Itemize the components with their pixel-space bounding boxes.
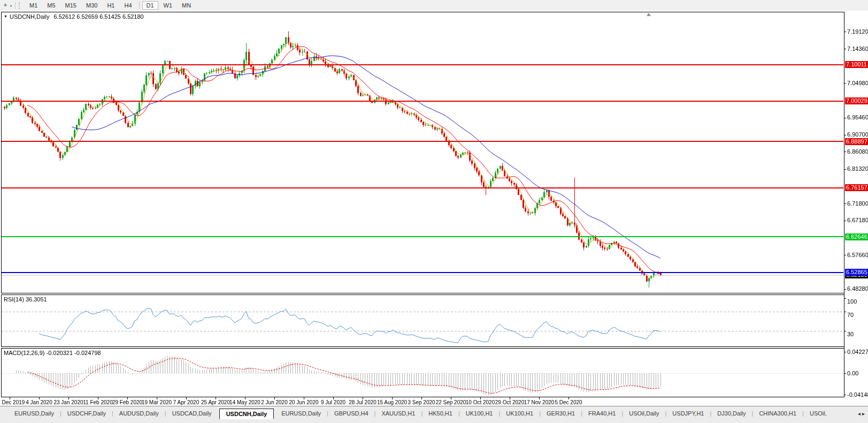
date-label: 4 Jan 2020 xyxy=(26,399,52,405)
date-label: 2 Jun 2020 xyxy=(261,399,288,405)
price-axis-label: 6.95460 xyxy=(847,114,868,120)
price-axis-label: 6.81320 xyxy=(847,165,868,172)
tab-uk100-h1[interactable]: UK100,H1 xyxy=(500,409,539,418)
date-label: 11 Feb 2020 xyxy=(83,399,112,405)
tab-ger30-h1[interactable]: GER30,H1 xyxy=(541,409,581,418)
date-label: 25 Apr 2020 xyxy=(201,399,230,405)
timeframe-mn[interactable]: MN xyxy=(178,1,195,10)
tab-scroll-right-icon[interactable]: ▸ xyxy=(862,411,866,417)
chart-window: ▼USDCNH,Daily6.52612 6.52659 6.51425 6.5… xyxy=(0,11,868,406)
tab-dj30-daily[interactable]: DJ30,Daily xyxy=(711,409,751,418)
timeframe-m1[interactable]: M1 xyxy=(25,1,42,10)
timeframe-h1[interactable]: H1 xyxy=(103,1,119,10)
chart-tabs: EURUSD,Daily|USDCHF,Daily|AUDUSD,Daily|U… xyxy=(9,406,833,423)
date-label: 29 Feb 2020 xyxy=(112,399,142,405)
tab-usdcnh-daily[interactable]: USDCNH,Daily xyxy=(219,409,274,419)
price-axis-label: 7.04980 xyxy=(847,80,868,86)
price-axis-label: 7.14360 xyxy=(847,46,868,52)
rsi-axis-label: 70 xyxy=(847,312,854,318)
toolbar: + ▾ M1M5M15M30H1H4D1W1MN xyxy=(0,0,868,11)
date-label: 14 May 2020 xyxy=(229,399,260,405)
chart-canvas[interactable] xyxy=(0,11,868,406)
price-axis-label: 7.19120 xyxy=(847,28,868,35)
tab-gbpusd-h4[interactable]: GBPUSD,H4 xyxy=(328,409,374,418)
timeframe-m30[interactable]: M30 xyxy=(82,1,102,10)
timeframe-buttons: M1M5M15M30H1H4D1W1MN xyxy=(25,1,196,10)
tab-usoil-daily[interactable]: USOil,Daily xyxy=(623,409,665,418)
price-tag: 6.62646 xyxy=(845,233,868,240)
date-label: 23 Jan 2020 xyxy=(53,399,83,405)
timeframe-m15[interactable]: M15 xyxy=(61,1,81,10)
price-axis-label: 6.71800 xyxy=(847,200,868,207)
date-label: 10 Oct 2020 xyxy=(466,399,495,405)
date-label: 28 Jul 2020 xyxy=(349,399,377,405)
chart-tool-icon[interactable]: + xyxy=(1,2,10,9)
timeframe-m5[interactable]: M5 xyxy=(43,1,59,10)
price-axis-label: 6.90700 xyxy=(847,131,868,138)
tab-uk100-h1[interactable]: UK100,H1 xyxy=(460,409,499,418)
date-label: 5 Dec 2020 xyxy=(555,399,582,405)
tab-usdjpy-h1[interactable]: USDJPY,H1 xyxy=(666,409,710,418)
tab-eurusd-daily[interactable]: EURUSD,Daily xyxy=(275,409,327,418)
tab-usdchf-daily[interactable]: USDCHF,Daily xyxy=(62,409,112,418)
dropdown-caret-icon[interactable]: ▾ xyxy=(10,4,12,7)
tab-fra40-h1[interactable]: FRA40,H1 xyxy=(582,409,621,418)
rsi-axis-label: 100 xyxy=(847,298,857,305)
price-axis-label: 6.48280 xyxy=(847,285,868,292)
chart-tab-bar: EURUSD,Daily|USDCHF,Daily|AUDUSD,Daily|U… xyxy=(0,406,868,423)
tab-usdcad-daily[interactable]: USDCAD,Daily xyxy=(166,409,218,418)
date-label: 22 Sep 2020 xyxy=(436,399,466,405)
date-label: 20 Jun 2020 xyxy=(289,399,318,405)
rsi-label: RSI(14) 36.3051 xyxy=(4,296,47,303)
macd-axis-label: 0.00 xyxy=(847,370,858,376)
price-axis-label: 6.57660 xyxy=(847,252,868,258)
price-tag: 6.76157 xyxy=(845,184,868,191)
date-label: 3 Sep 2020 xyxy=(408,399,435,405)
macd-axis-label: 0.042275 xyxy=(847,349,868,355)
toolbar-separator xyxy=(15,2,16,9)
tab-china300-h1[interactable]: CHINA300,H1 xyxy=(753,409,802,418)
price-tag: 7.00029 xyxy=(845,97,868,104)
timeframe-w1[interactable]: W1 xyxy=(159,1,177,10)
date-label: 7 Apr 2020 xyxy=(173,399,199,405)
trading-app-window: + ▾ M1M5M15M30H1H4D1W1MN ▼USDCNH,Daily6.… xyxy=(0,0,868,423)
macd-axis-label: -0.04148 xyxy=(847,391,868,398)
tab-scroll-left-icon[interactable]: ◂ xyxy=(858,411,862,417)
macd-label: MACD(12,26,9) -0.020321 -0.024798 xyxy=(4,350,101,356)
date-label: 15 Aug 2020 xyxy=(377,399,407,405)
timeframe-d1[interactable]: D1 xyxy=(142,1,158,10)
date-label: 29 Oct 2020 xyxy=(495,399,524,405)
tab-hk50-h1[interactable]: HK50,H1 xyxy=(423,409,458,418)
date-label: 9 Jul 2020 xyxy=(321,399,345,405)
tab-eurusd-daily[interactable]: EURUSD,Daily xyxy=(9,409,60,418)
price-tag: 6.88897 xyxy=(845,138,868,145)
date-label: 17 Dec 2019 xyxy=(0,399,25,405)
toolbar-grip[interactable] xyxy=(19,2,21,9)
tab-xauusd-h1[interactable]: XAUUSD,H1 xyxy=(375,409,421,418)
price-axis-label: 6.86080 xyxy=(847,148,868,155)
timeframe-h4[interactable]: H4 xyxy=(120,1,136,10)
tab-usoil-[interactable]: USOil, xyxy=(804,409,833,418)
rsi-axis-label: 30 xyxy=(847,331,854,337)
price-tag: 7.10011 xyxy=(845,61,868,68)
price-tag: 6.52865 xyxy=(845,269,868,276)
date-label: 17 Nov 2020 xyxy=(524,399,555,405)
date-label: 19 Mar 2020 xyxy=(142,399,172,405)
tab-audusd-daily[interactable]: AUDUSD,Daily xyxy=(113,409,165,418)
price-axis-label: 6.67180 xyxy=(847,217,868,223)
